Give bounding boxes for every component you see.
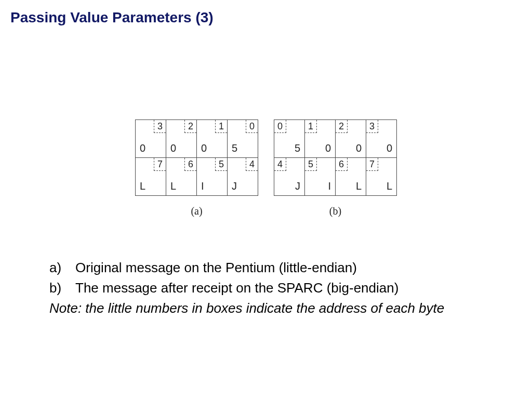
byte-cell: 2 0 xyxy=(166,120,197,158)
byte-address: 2 xyxy=(336,120,348,133)
byte-value: 5 xyxy=(228,141,258,157)
byte-value: L xyxy=(166,179,196,195)
list-item: b) The message after receipt on the SPAR… xyxy=(49,279,481,297)
explanation-text: a) Original message on the Pentium (litt… xyxy=(49,259,481,317)
byte-address: 7 xyxy=(154,158,166,171)
byte-cell: 6 L xyxy=(166,158,197,196)
byte-address: 2 xyxy=(184,120,196,133)
table-a-wrapper: 3 0 2 0 1 0 0 5 xyxy=(135,119,258,217)
byte-cell: 1 0 xyxy=(197,120,228,158)
list-item: a) Original message on the Pentium (litt… xyxy=(49,259,481,277)
byte-address: 1 xyxy=(215,120,227,133)
byte-cell: 3 0 xyxy=(136,120,166,158)
byte-address: 4 xyxy=(246,158,258,171)
byte-cell: 3 0 xyxy=(366,120,397,158)
slide: Passing Value Parameters (3) 3 0 2 0 1 0 xyxy=(0,0,532,399)
table-a-label: (a) xyxy=(135,205,258,217)
byte-cell: 6 L xyxy=(336,158,366,196)
slide-title: Passing Value Parameters (3) xyxy=(10,9,214,26)
byte-value: L xyxy=(336,179,366,195)
byte-address: 6 xyxy=(184,158,196,171)
table-b-label: (b) xyxy=(274,205,397,217)
byte-address: 7 xyxy=(366,158,378,171)
table-row: 7 L 6 L 5 I 4 J xyxy=(136,158,258,196)
byte-table-a: 3 0 2 0 1 0 0 5 xyxy=(135,119,258,196)
byte-table-b: 0 5 1 0 2 0 3 0 xyxy=(274,119,397,196)
table-row: 0 5 1 0 2 0 3 0 xyxy=(274,120,397,158)
byte-value: 0 xyxy=(305,141,335,157)
byte-cell: 2 0 xyxy=(336,120,366,158)
byte-cell: 4 J xyxy=(228,158,258,196)
byte-address: 1 xyxy=(305,120,317,133)
byte-cell: 1 0 xyxy=(305,120,336,158)
byte-value: J xyxy=(228,179,258,195)
byte-address: 3 xyxy=(366,120,378,133)
table-row: 4 J 5 I 6 L 7 L xyxy=(274,158,397,196)
byte-value: 5 xyxy=(274,141,304,157)
byte-value: I xyxy=(197,179,227,195)
byte-value: I xyxy=(305,179,335,195)
byte-cell: 0 5 xyxy=(228,120,258,158)
note-text: Note: the little numbers in boxes indica… xyxy=(49,299,481,317)
byte-address: 6 xyxy=(336,158,348,171)
byte-cell: 5 I xyxy=(197,158,228,196)
byte-address: 4 xyxy=(274,158,286,171)
list-text: Original message on the Pentium (little-… xyxy=(75,259,357,277)
list-marker: a) xyxy=(49,259,75,277)
byte-value: 0 xyxy=(197,141,227,157)
byte-value: J xyxy=(274,179,304,195)
byte-address: 5 xyxy=(215,158,227,171)
byte-value: L xyxy=(366,179,396,195)
byte-value: 0 xyxy=(366,141,396,157)
byte-cell: 7 L xyxy=(366,158,397,196)
byte-value: 0 xyxy=(166,141,196,157)
byte-value: L xyxy=(136,179,166,195)
byte-value: 0 xyxy=(336,141,366,157)
byte-cell: 0 5 xyxy=(274,120,305,158)
byte-cell: 4 J xyxy=(274,158,305,196)
byte-address: 5 xyxy=(305,158,317,171)
list-marker: b) xyxy=(49,279,75,297)
diagram-area: 3 0 2 0 1 0 0 5 xyxy=(0,119,532,217)
byte-address: 3 xyxy=(154,120,166,133)
byte-cell: 5 I xyxy=(305,158,336,196)
table-b-wrapper: 0 5 1 0 2 0 3 0 xyxy=(274,119,397,217)
byte-address: 0 xyxy=(246,120,258,133)
table-row: 3 0 2 0 1 0 0 5 xyxy=(136,120,258,158)
byte-cell: 7 L xyxy=(136,158,166,196)
list-text: The message after receipt on the SPARC (… xyxy=(75,279,398,297)
byte-address: 0 xyxy=(274,120,286,133)
byte-value: 0 xyxy=(136,141,166,157)
